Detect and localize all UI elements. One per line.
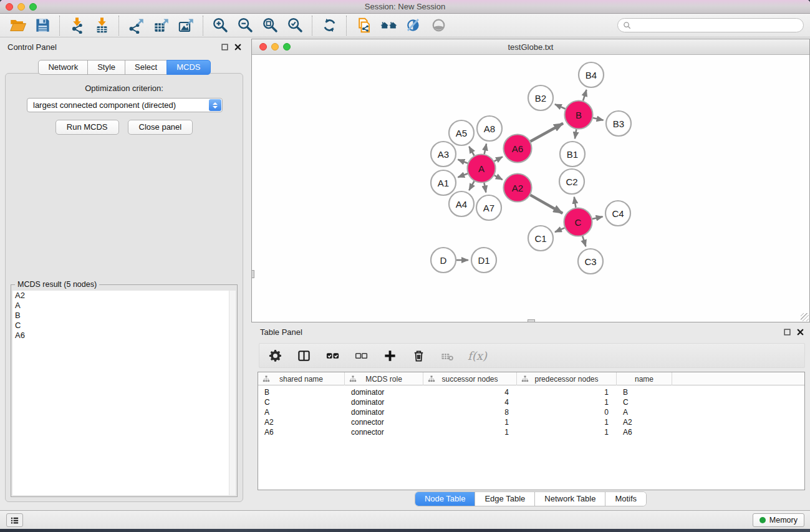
search-box[interactable]	[617, 18, 804, 32]
zoom-in-button[interactable]	[208, 15, 233, 36]
node-D1[interactable]: D1	[471, 248, 496, 273]
node-B3[interactable]: B3	[606, 111, 631, 136]
edge-A2-C[interactable]	[530, 195, 562, 213]
table-float-panel-icon[interactable]	[783, 328, 791, 336]
table-close-panel-icon[interactable]	[796, 328, 804, 336]
node-B[interactable]: B	[565, 101, 593, 129]
edge-B-B3[interactable]	[593, 118, 604, 120]
node-A5[interactable]: A5	[449, 120, 474, 145]
tab-motifs[interactable]: Motifs	[605, 492, 646, 506]
search-input[interactable]	[634, 20, 798, 31]
task-history-button[interactable]	[6, 513, 23, 527]
float-panel-icon[interactable]	[221, 43, 228, 51]
network-canvas[interactable]: B4B2BB3A5A8A6A3B1AC2A1A2A4A7C4CC1DD1C3	[252, 55, 809, 322]
show-panels-button[interactable]	[426, 15, 451, 36]
edge-A-A6[interactable]	[494, 157, 503, 161]
result-list-scrollbar[interactable]	[229, 291, 236, 495]
table-row[interactable]: Cdominator41C	[258, 397, 804, 407]
node-A2[interactable]: A2	[504, 174, 532, 202]
table-row[interactable]: Bdominator41B	[258, 387, 804, 397]
edge-A-A2[interactable]	[494, 175, 503, 180]
node-A1[interactable]: A1	[431, 170, 456, 195]
node-C3[interactable]: C3	[578, 249, 603, 274]
import-table-button[interactable]	[89, 15, 114, 36]
node-A7[interactable]: A7	[476, 195, 501, 220]
network-graph[interactable]: B4B2BB3A5A8A6A3B1AC2A1A2A4A7C4CC1DD1C3	[252, 55, 809, 321]
tab-network[interactable]: Network	[38, 60, 88, 75]
edge-A-A7[interactable]	[484, 183, 486, 192]
run-mcds-button[interactable]: Run MCDS	[55, 120, 119, 135]
import-network-button[interactable]	[64, 15, 89, 36]
zoom-selected-button[interactable]	[282, 15, 307, 36]
node-A6[interactable]: A6	[504, 135, 532, 163]
edge-C-C4[interactable]	[592, 216, 603, 219]
mcds-result-item[interactable]: A	[12, 301, 236, 311]
table-row[interactable]: Adominator80A	[258, 407, 804, 417]
edge-C-C2[interactable]	[574, 197, 576, 208]
network-overview-button[interactable]	[376, 15, 401, 36]
close-panel-icon[interactable]	[234, 43, 241, 51]
add-column-button[interactable]	[382, 347, 398, 364]
edge-A-A1[interactable]	[458, 173, 468, 177]
duplicate-network-button[interactable]	[351, 15, 376, 36]
memory-button[interactable]: Memory	[753, 513, 804, 527]
tab-network-table[interactable]: Network Table	[534, 492, 605, 506]
save-session-button[interactable]	[30, 15, 55, 36]
node-A[interactable]: A	[468, 155, 496, 183]
edge-B-B1[interactable]	[575, 129, 576, 138]
node-B2[interactable]: B2	[528, 85, 553, 110]
node-A4[interactable]: A4	[449, 191, 474, 216]
hide-panels-button[interactable]	[401, 15, 426, 36]
mcds-result-item[interactable]: A6	[12, 331, 236, 341]
splitter-handle-left[interactable]	[251, 270, 254, 278]
table-row[interactable]: A6connector11A6	[258, 427, 804, 437]
zoom-fit-button[interactable]	[258, 15, 282, 36]
open-file-button[interactable]	[5, 15, 30, 36]
tab-node-table[interactable]: Node Table	[415, 492, 475, 506]
node-A8[interactable]: A8	[477, 116, 502, 141]
node-A3[interactable]: A3	[431, 142, 456, 167]
tab-edge-table[interactable]: Edge Table	[475, 492, 534, 506]
settings-gear-button[interactable]	[267, 347, 283, 364]
export-table-button[interactable]	[148, 15, 173, 36]
deselect-all-button[interactable]	[353, 347, 369, 364]
node-B4[interactable]: B4	[579, 62, 604, 87]
tab-select[interactable]: Select	[125, 60, 167, 75]
column-header-successor-nodes[interactable]: successor nodes	[423, 372, 517, 385]
refresh-button[interactable]	[317, 15, 342, 36]
table-row[interactable]: A2connector11A2	[258, 417, 804, 427]
close-panel-button[interactable]: Close panel	[128, 120, 193, 135]
tab-style[interactable]: Style	[87, 60, 125, 75]
column-header-MCDS-role[interactable]: MCDS role	[345, 372, 423, 385]
node-C4[interactable]: C4	[605, 201, 630, 226]
delete-column-button[interactable]	[410, 347, 427, 364]
node-C2[interactable]: C2	[559, 169, 584, 194]
zoom-out-button[interactable]	[233, 15, 258, 36]
node-B1[interactable]: B1	[560, 142, 585, 167]
node-C[interactable]: C	[564, 208, 592, 236]
export-image-button[interactable]	[173, 15, 198, 36]
edge-B-B2[interactable]	[555, 104, 566, 109]
resize-grip-icon[interactable]	[801, 313, 809, 321]
column-visibility-button[interactable]	[296, 347, 312, 364]
edge-C-C3[interactable]	[582, 236, 586, 246]
node-C1[interactable]: C1	[528, 226, 553, 251]
column-header-shared-name[interactable]: shared name	[258, 372, 345, 385]
edge-A-A8[interactable]	[485, 143, 486, 153]
edge-A-A4[interactable]	[469, 181, 474, 190]
tab-mcds[interactable]: MCDS	[166, 60, 210, 75]
mcds-result-item[interactable]: C	[12, 321, 236, 331]
edge-C-C1[interactable]	[555, 228, 564, 232]
edge-B-B4[interactable]	[583, 90, 587, 101]
column-header-name[interactable]: name	[617, 372, 672, 385]
node-D[interactable]: D	[431, 248, 456, 273]
edge-A-A3[interactable]	[458, 160, 468, 163]
column-header-predecessor-nodes[interactable]: predecessor nodes	[517, 372, 617, 385]
mcds-result-item[interactable]: A2	[12, 291, 236, 301]
optimization-criterion-select[interactable]: largest connected component (directed)	[27, 98, 223, 112]
network-window-titlebar[interactable]: testGlobe.txt	[252, 39, 809, 55]
edge-A-A5[interactable]	[469, 147, 474, 156]
edge-A6-B[interactable]	[531, 123, 563, 142]
mcds-result-item[interactable]: B	[12, 311, 236, 321]
export-network-button[interactable]	[123, 15, 148, 36]
